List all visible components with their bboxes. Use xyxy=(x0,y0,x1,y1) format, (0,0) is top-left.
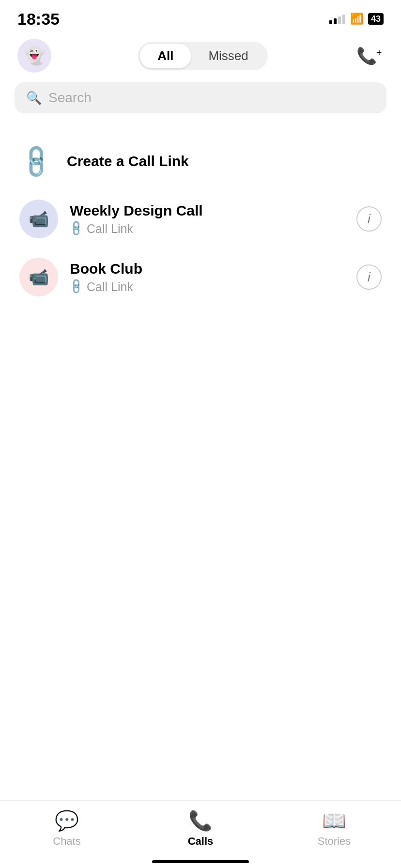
link-icon: 🔗 xyxy=(16,141,56,181)
add-call-button[interactable]: 📞+ xyxy=(355,41,384,70)
ghost-icon: 👻 xyxy=(24,46,46,66)
status-time: 18:35 xyxy=(17,10,60,29)
call-sub: 🔗 Call Link xyxy=(70,222,345,236)
tab-missed[interactable]: Missed xyxy=(191,44,265,68)
tab-all[interactable]: All xyxy=(140,44,191,68)
call-sub-label: Call Link xyxy=(87,222,133,236)
info-button-bookclub[interactable]: i xyxy=(356,264,382,290)
call-list: 🔗 Create a Call Link 📹 Weekly Design Cal… xyxy=(0,123,401,316)
nav-item-calls[interactable]: 📞 Calls xyxy=(171,809,230,848)
stories-icon: 📖 xyxy=(322,809,346,832)
nav-label-calls: Calls xyxy=(188,835,214,848)
search-bar[interactable]: 🔍 Search xyxy=(15,82,386,113)
nav-item-stories[interactable]: 📖 Stories xyxy=(305,809,363,848)
call-name: Weekly Design Call xyxy=(70,202,345,219)
create-call-label: Create a Call Link xyxy=(67,153,189,170)
nav-item-chats[interactable]: 💬 Chats xyxy=(38,809,96,848)
add-call-icon: 📞+ xyxy=(356,46,382,65)
video-icon: 📹 xyxy=(29,209,49,229)
chain-icon: 🔗 xyxy=(67,278,85,295)
wifi-icon: 📶 xyxy=(350,13,363,25)
video-icon: 📹 xyxy=(29,267,49,287)
battery-icon: 43 xyxy=(368,13,384,25)
header: 👻 All Missed 📞+ xyxy=(0,34,401,78)
status-icons: 📶 43 xyxy=(329,13,384,25)
call-sub: 🔗 Call Link xyxy=(70,280,345,294)
call-name: Book Club xyxy=(70,261,345,277)
calls-icon: 📞 xyxy=(188,809,213,832)
create-call-link-item[interactable]: 🔗 Create a Call Link xyxy=(15,133,386,190)
search-container: 🔍 Search xyxy=(0,78,401,123)
call-sub-label: Call Link xyxy=(87,280,133,294)
search-icon: 🔍 xyxy=(26,91,42,106)
call-avatar-weekly: 📹 xyxy=(19,200,58,238)
info-button-weekly[interactable]: i xyxy=(356,206,382,232)
home-indicator xyxy=(152,860,249,863)
chats-icon: 💬 xyxy=(55,809,79,832)
list-item[interactable]: 📹 Weekly Design Call 🔗 Call Link i xyxy=(15,190,386,248)
nav-label-stories: Stories xyxy=(318,835,351,848)
nav-label-chats: Chats xyxy=(53,835,80,848)
info-icon: i xyxy=(368,270,370,285)
info-icon: i xyxy=(368,212,370,227)
bottom-nav: 💬 Chats 📞 Calls 📖 Stories xyxy=(0,800,401,868)
call-info-weekly: Weekly Design Call 🔗 Call Link xyxy=(70,202,345,236)
tab-toggle: All Missed xyxy=(138,42,268,70)
list-item[interactable]: 📹 Book Club 🔗 Call Link i xyxy=(15,248,386,306)
search-input[interactable]: Search xyxy=(48,90,92,106)
status-bar: 18:35 📶 43 xyxy=(0,0,401,34)
call-avatar-bookclub: 📹 xyxy=(19,258,58,296)
chain-icon: 🔗 xyxy=(67,219,85,237)
ghost-avatar[interactable]: 👻 xyxy=(17,39,51,73)
call-info-bookclub: Book Club 🔗 Call Link xyxy=(70,261,345,294)
link-icon-wrap: 🔗 xyxy=(19,144,53,178)
signal-icon xyxy=(329,14,345,24)
